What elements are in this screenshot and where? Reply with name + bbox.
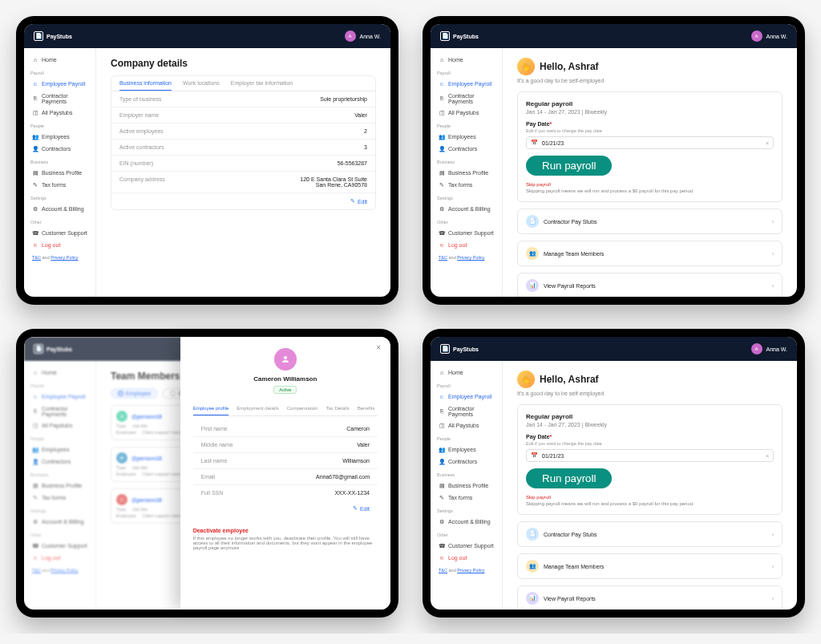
nav-customer-support[interactable]: ☎Customer Support (29, 228, 91, 238)
nav-contractors[interactable]: 👤Contractors (29, 144, 91, 154)
nav-home[interactable]: ⌂ Home (29, 55, 91, 65)
quick-manage-team[interactable]: 👥Manage Team Members › (517, 241, 783, 266)
nav-account-billing[interactable]: ⚙Account & Billing (435, 516, 497, 527)
tab-employer-tax[interactable]: Employer tax information (231, 76, 293, 91)
main-content: Hello, Ashraf It's a good day to be self… (503, 361, 797, 610)
tab-compensation[interactable]: Compensation (287, 402, 318, 415)
quick-label: Contractor Pay Stubs (544, 532, 597, 537)
payroll-card: Regular payroll Jan 14 - Jan 27, 2023 | … (517, 91, 783, 202)
top-user[interactable]: AAnna W. (751, 343, 787, 354)
paydate-hint: Edit if you want to change the pay date (526, 441, 774, 446)
nav-contractors[interactable]: 👤Contractors (435, 456, 497, 467)
nav-label: Log out (42, 242, 60, 248)
chevron-right-icon: › (772, 564, 774, 569)
status-badge: Active (273, 386, 297, 394)
nav-label: Tax forms (448, 182, 472, 188)
edit-button[interactable]: ✎Edit (193, 500, 378, 516)
clear-icon[interactable]: × (766, 140, 769, 146)
nav-employees: 👥Employees (29, 444, 91, 455)
nav-label: Customer Support (42, 230, 87, 236)
tab-employment-details[interactable]: Employment details (237, 402, 278, 415)
tab-employee-profile[interactable]: Employee profile (193, 402, 229, 415)
nav-business-profile[interactable]: ▤Business Profile (29, 168, 91, 178)
nav-business-profile[interactable]: ▤Business Profile (435, 480, 497, 491)
nav-contractors: 👤Contractors (29, 456, 91, 467)
close-icon[interactable]: × (376, 343, 381, 352)
nav-logout[interactable]: ⎋Log out (29, 240, 91, 250)
nav-employees[interactable]: 👥Employees (435, 132, 497, 142)
payroll-period: Jan 14 - Jan 27, 2023 (526, 422, 580, 427)
nav-tax-forms[interactable]: ✎Tax forms (435, 492, 497, 503)
nav-account-billing[interactable]: ⚙Account & Billing (29, 204, 91, 214)
section-title: Settings (30, 196, 91, 200)
run-payroll-button[interactable]: Run payroll (526, 156, 612, 176)
nav-all-paystubs[interactable]: ◫All Paystubs (435, 107, 497, 118)
edit-button[interactable]: ✎ Edit (111, 193, 375, 209)
detail-row: EIN (number)56-5563287 (111, 156, 375, 172)
skip-payroll-link[interactable]: Skip payroll (526, 182, 774, 187)
run-payroll-button[interactable]: Run payroll (526, 468, 612, 488)
nav-employee-payroll[interactable]: ⎌Employee Payroll (435, 79, 497, 89)
nav-customer-support[interactable]: ☎Customer Support (435, 228, 497, 238)
nav-logout[interactable]: ⎋Log out (435, 553, 497, 563)
brand-text: PayStubs (453, 346, 479, 352)
quick-view-reports[interactable]: 📊View Payroll Reports › (517, 585, 783, 610)
section-title: People (437, 124, 497, 128)
nav-employee-payroll[interactable]: ⎌Employee Payroll (29, 79, 91, 89)
nav-home[interactable]: ⌂Home (435, 367, 497, 378)
settings-icon: ⚙ (439, 206, 445, 213)
nav-tax-forms: ✎Tax forms (29, 492, 91, 503)
privacy-link[interactable]: Privacy Policy (457, 255, 484, 260)
deactivate-title[interactable]: Deactivate employee (193, 528, 378, 533)
nav-contractor-payments[interactable]: ⎘Contractor Payments (435, 403, 497, 419)
nav-all-paystubs: ◫All Paystubs (29, 420, 91, 431)
tab-tax-details[interactable]: Tax Details (326, 402, 349, 415)
quick-label: Contractor Pay Stubs (544, 219, 597, 225)
nav-label: Home (42, 57, 57, 63)
detail-row: Type of businessSole proprietorship (111, 91, 375, 107)
payroll-card: Regular payroll Jan 14 - Jan 27, 2023 | … (517, 404, 783, 515)
paydate-value: 01/21/23 (542, 453, 564, 459)
nav-business-profile[interactable]: ▤Business Profile (435, 168, 497, 178)
skip-payroll-link[interactable]: Skip payroll (526, 495, 774, 500)
privacy-link[interactable]: Privacy Policy (457, 568, 484, 573)
nav-customer-support[interactable]: ☎Customer Support (435, 541, 497, 551)
quick-contractor-paystubs[interactable]: 📄Contractor Pay Stubs › (517, 209, 783, 234)
top-user[interactable]: AAnna W. (751, 30, 787, 42)
quick-manage-team[interactable]: 👥Manage Team Members › (517, 553, 783, 579)
nav-customer-support: ☎Customer Support (29, 541, 91, 551)
quick-view-reports[interactable]: 📊View Payroll Reports › (517, 273, 783, 297)
quick-contractor-paystubs[interactable]: 📄Contractor Pay Stubs › (517, 521, 783, 547)
paydate-input[interactable]: 📅 01/21/23 × (526, 136, 774, 149)
nav-account-billing[interactable]: ⚙Account & Billing (435, 204, 497, 214)
footer-legal: T&C and Privacy Policy (435, 252, 497, 263)
nav-employee-payroll[interactable]: ⎌Employee Payroll (435, 391, 497, 402)
support-icon: ☎ (439, 230, 445, 237)
paydate-input[interactable]: 📅 01/21/23 × (526, 449, 774, 462)
tc-link[interactable]: T&C (32, 255, 41, 260)
nav-contractor-payments[interactable]: ⎘Contractor Payments (435, 91, 497, 106)
tab-benefits[interactable]: Benefits (358, 402, 375, 415)
nav-tax-forms[interactable]: ✎Tax forms (29, 180, 91, 190)
sidebar: ⌂ Home Payroll ⎌Employee Payroll ⎘Contra… (24, 48, 96, 297)
brand-text: PayStubs (453, 34, 479, 39)
privacy-link[interactable]: Privacy Policy (51, 255, 78, 260)
contractor-icon: ⎘ (32, 95, 38, 102)
nav-contractors[interactable]: 👤Contractors (435, 144, 497, 154)
nav-contractor-payments[interactable]: ⎘Contractor Payments (29, 91, 91, 106)
tab-business-info[interactable]: Business information (119, 76, 172, 91)
nav-employees[interactable]: 👥Employees (435, 444, 497, 455)
nav-tax-forms[interactable]: ✎Tax forms (435, 180, 497, 190)
tc-link[interactable]: T&C (439, 255, 447, 260)
nav-all-paystubs[interactable]: ◫All Paystubs (435, 420, 497, 431)
nav-employees[interactable]: 👥Employees (29, 132, 91, 142)
deactivate-desc: If this employee no longer works with yo… (193, 536, 378, 550)
user-name: Anna W. (360, 34, 381, 39)
clear-icon[interactable]: × (766, 453, 769, 459)
nav-all-paystubs[interactable]: ◫All Paystubs (29, 107, 91, 118)
tab-work-locations[interactable]: Work locations (183, 76, 220, 91)
tc-link[interactable]: T&C (439, 568, 447, 573)
top-user[interactable]: A Anna W. (345, 30, 381, 42)
nav-home[interactable]: ⌂Home (435, 55, 497, 65)
nav-logout[interactable]: ⎋Log out (435, 240, 497, 250)
